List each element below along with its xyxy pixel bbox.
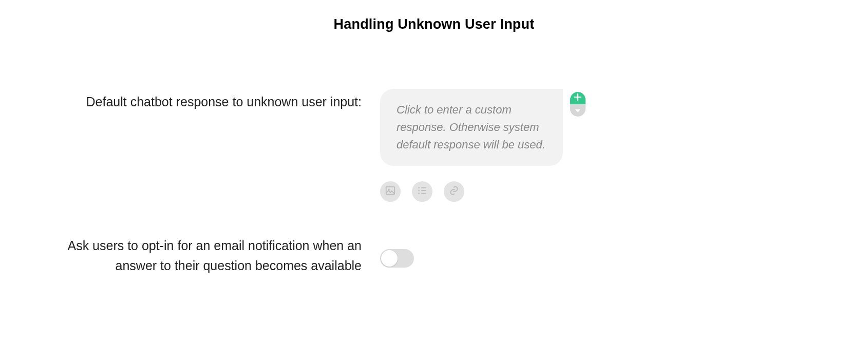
svg-point-4	[418, 190, 420, 192]
opt-in-label: Ask users to opt-in for an email notific…	[51, 236, 362, 276]
row-default-response: Default chatbot response to unknown user…	[51, 89, 817, 202]
list-icon	[417, 185, 428, 198]
svg-point-3	[418, 187, 420, 188]
form-section: Default chatbot response to unknown user…	[0, 89, 868, 276]
default-response-input[interactable]: Click to enter a custom response. Otherw…	[380, 89, 563, 166]
attachment-row	[380, 181, 817, 202]
svg-marker-0	[575, 109, 580, 112]
svg-point-5	[418, 193, 420, 194]
control-col	[380, 233, 817, 268]
opt-in-toggle[interactable]	[380, 249, 414, 268]
add-response-button[interactable]	[570, 92, 586, 104]
expand-response-button[interactable]	[570, 104, 586, 117]
plus-icon	[574, 93, 581, 103]
attach-link-button[interactable]	[444, 181, 464, 202]
row-opt-in: Ask users to opt-in for an email notific…	[51, 233, 817, 276]
chevron-down-icon	[575, 106, 581, 115]
label-col: Default chatbot response to unknown user…	[51, 89, 380, 112]
page-title: Handling Unknown User Input	[0, 0, 868, 32]
control-col: Click to enter a custom response. Otherw…	[380, 89, 817, 202]
toggle-knob	[381, 250, 398, 267]
image-icon	[385, 185, 396, 198]
default-response-label: Default chatbot response to unknown user…	[51, 92, 362, 112]
label-col: Ask users to opt-in for an email notific…	[51, 233, 380, 276]
attach-image-button[interactable]	[380, 181, 401, 202]
response-side-buttons	[570, 92, 586, 117]
attach-list-button[interactable]	[412, 181, 432, 202]
link-icon	[449, 185, 459, 198]
